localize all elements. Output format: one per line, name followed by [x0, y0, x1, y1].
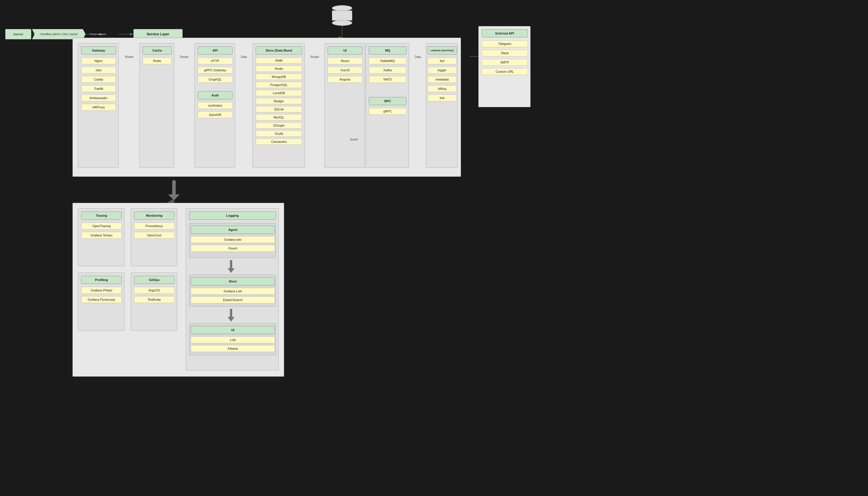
gateway-ambassador: Ambassador	[81, 94, 116, 102]
store-dgraph: DGraph	[256, 122, 302, 129]
logging-container: Logging Agent Grafana loki Fluent	[186, 208, 279, 371]
logging-title: Logging	[189, 212, 276, 220]
store-container: Store (Data Base) RAM Redis MongoDB Post…	[253, 43, 305, 168]
gateway-container: Gateway Nginx Istio Caddy Traefik Ambass…	[78, 43, 119, 168]
logging-arrow-1	[227, 259, 235, 274]
listener-link: link	[428, 94, 457, 102]
gitops-testkube: TestKube	[134, 296, 174, 303]
store-badger: Badger	[256, 98, 302, 104]
gateway-title: Gateway	[81, 46, 116, 55]
store-title: Store (Data Base)	[256, 46, 302, 55]
router-label-1: Router	[121, 54, 138, 60]
external-slack: Slack	[482, 49, 528, 57]
listener-bot: bot	[428, 57, 457, 64]
api-ory-kratos: ory/kratos	[198, 102, 232, 109]
cache-redis: Redis	[143, 57, 172, 64]
monitoring-container: Monitoring Prometheus OpenCost	[131, 208, 177, 266]
store-mysql: MySQL	[256, 114, 302, 121]
gateway-haproxy: HAProxy	[81, 104, 116, 111]
svg-rect-17	[172, 181, 176, 195]
store-cassandra: Cassandra	[256, 139, 302, 145]
listener-title: Listener (services)	[428, 46, 457, 55]
mq-container: MQ RabbitMQ Kafka NATS RPC gRPC	[366, 43, 409, 168]
api-auth: Auth	[198, 91, 232, 99]
backup-label: Backup	[331, 26, 354, 31]
router-label-2: Router	[176, 54, 193, 60]
mq-nats: NATS	[369, 76, 407, 83]
external-api-title: External API	[482, 29, 528, 37]
store-leveldb: LevelDB	[256, 90, 302, 96]
tracing-opentracing: OpenTracing	[81, 222, 122, 230]
mq-rpc: RPC	[369, 97, 407, 105]
data-label-1: Data	[237, 54, 251, 60]
external-smtp: SMTP	[482, 59, 528, 66]
api-spicedb: SpiceDB	[198, 111, 232, 118]
logging-fluent: Fluent	[191, 245, 275, 252]
logging-store-title: Store	[191, 277, 275, 285]
ui-angular: Angular	[328, 76, 362, 83]
listener-container: Listener (services) bot logger metadata …	[426, 43, 458, 168]
ui-title: UI	[328, 46, 362, 55]
svg-marker-20	[228, 268, 234, 273]
profiling-grafana-pyroscope: Grafana Pyroscope	[81, 296, 122, 303]
main-container: Gateway Nginx Istio Caddy Traefik Ambass…	[73, 38, 461, 177]
logging-grafana-loki: Grafana loki	[191, 236, 275, 243]
profiling-title: Profiling	[81, 276, 122, 284]
mq-rabbitmq: RabbitMQ	[369, 57, 407, 64]
proxy-label: Proxy request	[87, 30, 110, 38]
data-label-2: Data	[411, 54, 425, 60]
logging-ui-group: UI Loki Kibana	[189, 323, 276, 355]
monitoring-prometheus: Prometheus	[134, 222, 174, 230]
logging-agent-title: Agent	[191, 226, 275, 234]
listener-metadata: metadata	[428, 76, 457, 83]
logging-store-group: Store Grafana Loki ElasticSearch	[189, 275, 276, 307]
logging-agent-group: Agent Grafana loki Fluent	[189, 223, 276, 258]
external-custom-url: Custom URL	[482, 68, 528, 75]
store-mongodb: MongoDB	[256, 74, 302, 80]
tracing-container: Tracing OpenTracing Grafana Tempo	[78, 208, 124, 266]
ui-vuejs: VueJS	[328, 67, 362, 74]
tracing-title: Tracing	[81, 212, 122, 220]
mq-title: MQ	[369, 46, 407, 55]
gateway-caddy: Caddy	[81, 76, 116, 83]
store-redis: Redis	[256, 65, 302, 72]
svg-rect-19	[230, 260, 232, 269]
tracing-grafana-tempo: Grafana Tempo	[81, 232, 122, 239]
backup-container: Backup	[331, 5, 354, 30]
profiling-container: Profiling Grafana Phlare Grafana Pyrosco…	[78, 273, 124, 330]
external-api-container: External API Telegram Slack SMTP Custom …	[478, 26, 531, 107]
ui-container: UI React VueJS Angular	[324, 43, 365, 168]
svg-marker-18	[168, 195, 180, 200]
event-label: Event	[345, 137, 363, 142]
logging-elasticsearch: ElasticSearch	[191, 296, 275, 303]
cache-title: Cache	[143, 46, 172, 55]
listener-logger: logger	[428, 67, 457, 74]
listener-billing: billing	[428, 85, 457, 92]
down-arrow-container	[165, 179, 183, 202]
internet-box: Internet	[5, 29, 31, 40]
store-scylla: Scylla	[256, 130, 302, 137]
logging-ui-title: UI	[191, 326, 275, 334]
logging-kibana: Kibana	[191, 345, 275, 352]
store-postgresql: PostgreSQL	[256, 82, 302, 88]
api-title: API	[198, 46, 232, 55]
mq-kafka: Kafka	[369, 67, 407, 74]
store-sqlite: SQLite	[256, 106, 302, 112]
store-ram: RAM	[256, 57, 302, 64]
gateway-istio: Istio	[81, 67, 116, 74]
monitoring-opencost: OpenCost	[134, 232, 174, 239]
svg-marker-22	[228, 317, 234, 322]
external-telegram: Telegram	[482, 40, 528, 47]
api-container: API HTTP gRPC-Gateway GraphQL Auth ory/k…	[195, 43, 235, 168]
gitops-argocd: ArgoCD	[134, 287, 174, 294]
monitoring-title: Monitoring	[134, 212, 174, 220]
gitops-title: GitOps	[134, 276, 174, 284]
gitops-container: GitOps ArgoCD TestKube	[131, 273, 177, 330]
cache-container: Cache Redis	[139, 43, 174, 168]
logging-arrow-2	[227, 308, 235, 323]
router-label-3: Router	[306, 54, 323, 60]
api-grpc-gateway: gRPC-Gateway	[198, 67, 232, 74]
mq-grpc: gRPC	[369, 108, 407, 115]
api-graphql: GraphQL	[198, 76, 232, 83]
logging-grafana-loki-store: Grafana Loki	[191, 288, 275, 295]
